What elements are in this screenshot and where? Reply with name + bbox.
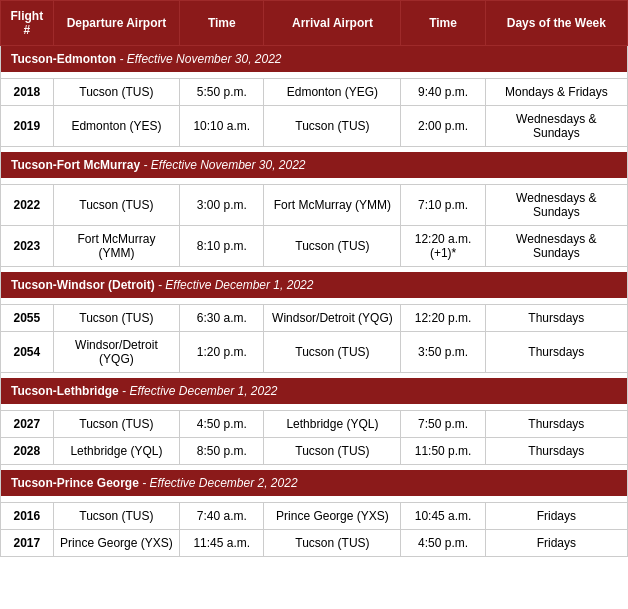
table-row: 2018Tucson (TUS)5:50 p.m.Edmonton (YEG)9… (1, 78, 628, 105)
cell-time-dep: 3:00 p.m. (180, 184, 264, 225)
cell-days: Thursdays (485, 331, 627, 372)
cell-flight-num: 2023 (1, 225, 54, 266)
cell-days: Thursdays (485, 304, 627, 331)
cell-days: Wednesdays & Sundays (485, 184, 627, 225)
cell-flight-num: 2019 (1, 105, 54, 146)
cell-time-arr: 12:20 p.m. (401, 304, 485, 331)
cell-flight-num: 2054 (1, 331, 54, 372)
table-row: 2016Tucson (TUS)7:40 a.m.Prince George (… (1, 502, 628, 529)
cell-departure: Windsor/Detroit (YQG) (53, 331, 179, 372)
cell-departure: Tucson (TUS) (53, 78, 179, 105)
cell-departure: Tucson (TUS) (53, 184, 179, 225)
cell-days: Mondays & Fridays (485, 78, 627, 105)
table-row: 2017Prince George (YXS)11:45 a.m.Tucson … (1, 529, 628, 556)
cell-flight-num: 2016 (1, 502, 54, 529)
cell-departure: Fort McMurray (YMM) (53, 225, 179, 266)
cell-days: Thursdays (485, 410, 627, 437)
section-header-4: Tucson-Prince George - Effective Decembe… (1, 470, 628, 496)
table-row: 2028Lethbridge (YQL)8:50 p.m.Tucson (TUS… (1, 437, 628, 464)
cell-days: Fridays (485, 502, 627, 529)
cell-flight-num: 2027 (1, 410, 54, 437)
cell-time-arr: 7:10 p.m. (401, 184, 485, 225)
table-row: 2054Windsor/Detroit (YQG)1:20 p.m.Tucson… (1, 331, 628, 372)
cell-days: Wednesdays & Sundays (485, 105, 627, 146)
cell-time-dep: 10:10 a.m. (180, 105, 264, 146)
cell-arrival: Tucson (TUS) (264, 105, 401, 146)
cell-departure: Tucson (TUS) (53, 304, 179, 331)
cell-arrival: Tucson (TUS) (264, 437, 401, 464)
cell-departure: Tucson (TUS) (53, 410, 179, 437)
cell-flight-num: 2018 (1, 78, 54, 105)
cell-time-dep: 7:40 a.m. (180, 502, 264, 529)
table-header-row: Flight # Departure Airport Time Arrival … (1, 1, 628, 46)
header-flight: Flight # (1, 1, 54, 46)
cell-arrival: Windsor/Detroit (YQG) (264, 304, 401, 331)
cell-time-dep: 8:10 p.m. (180, 225, 264, 266)
cell-time-arr: 12:20 a.m. (+1)* (401, 225, 485, 266)
cell-departure: Lethbridge (YQL) (53, 437, 179, 464)
flight-schedule-table: Flight # Departure Airport Time Arrival … (0, 0, 628, 557)
header-dep-time: Time (180, 1, 264, 46)
header-departure: Departure Airport (53, 1, 179, 46)
cell-flight-num: 2017 (1, 529, 54, 556)
cell-departure: Tucson (TUS) (53, 502, 179, 529)
cell-days: Thursdays (485, 437, 627, 464)
cell-flight-num: 2022 (1, 184, 54, 225)
table-row: 2027Tucson (TUS)4:50 p.m.Lethbridge (YQL… (1, 410, 628, 437)
cell-time-arr: 2:00 p.m. (401, 105, 485, 146)
table-row: 2023Fort McMurray (YMM)8:10 p.m.Tucson (… (1, 225, 628, 266)
cell-arrival: Tucson (TUS) (264, 331, 401, 372)
section-header-1: Tucson-Fort McMurray - Effective Novembe… (1, 152, 628, 178)
cell-time-dep: 5:50 p.m. (180, 78, 264, 105)
table-row: 2055Tucson (TUS)6:30 a.m.Windsor/Detroit… (1, 304, 628, 331)
cell-days: Wednesdays & Sundays (485, 225, 627, 266)
cell-departure: Prince George (YXS) (53, 529, 179, 556)
cell-departure: Edmonton (YES) (53, 105, 179, 146)
cell-arrival: Fort McMurray (YMM) (264, 184, 401, 225)
cell-time-arr: 7:50 p.m. (401, 410, 485, 437)
cell-time-arr: 11:50 p.m. (401, 437, 485, 464)
cell-flight-num: 2055 (1, 304, 54, 331)
cell-arrival: Edmonton (YEG) (264, 78, 401, 105)
cell-time-arr: 9:40 p.m. (401, 78, 485, 105)
section-header-0: Tucson-Edmonton - Effective November 30,… (1, 46, 628, 73)
cell-days: Fridays (485, 529, 627, 556)
cell-arrival: Tucson (TUS) (264, 529, 401, 556)
header-days: Days of the Week (485, 1, 627, 46)
cell-time-arr: 10:45 a.m. (401, 502, 485, 529)
cell-time-arr: 3:50 p.m. (401, 331, 485, 372)
cell-arrival: Tucson (TUS) (264, 225, 401, 266)
cell-time-arr: 4:50 p.m. (401, 529, 485, 556)
table-row: 2022Tucson (TUS)3:00 p.m.Fort McMurray (… (1, 184, 628, 225)
cell-flight-num: 2028 (1, 437, 54, 464)
table-row: 2019Edmonton (YES)10:10 a.m.Tucson (TUS)… (1, 105, 628, 146)
cell-time-dep: 1:20 p.m. (180, 331, 264, 372)
cell-time-dep: 6:30 a.m. (180, 304, 264, 331)
section-header-2: Tucson-Windsor (Detroit) - Effective Dec… (1, 272, 628, 298)
cell-arrival: Lethbridge (YQL) (264, 410, 401, 437)
section-header-3: Tucson-Lethbridge - Effective December 1… (1, 378, 628, 404)
cell-time-dep: 4:50 p.m. (180, 410, 264, 437)
cell-time-dep: 11:45 a.m. (180, 529, 264, 556)
header-arr-time: Time (401, 1, 485, 46)
header-arrival: Arrival Airport (264, 1, 401, 46)
cell-arrival: Prince George (YXS) (264, 502, 401, 529)
cell-time-dep: 8:50 p.m. (180, 437, 264, 464)
